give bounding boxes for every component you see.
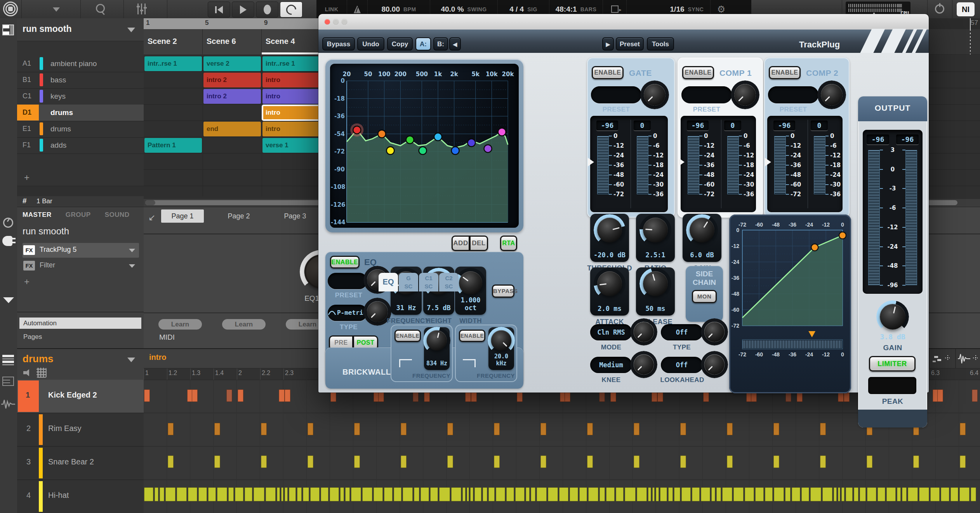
hihat-note[interactable] xyxy=(384,487,393,501)
lp-enable-button[interactable]: ENABLE xyxy=(459,330,485,342)
hihat-note[interactable] xyxy=(902,487,907,501)
mode-knob[interactable] xyxy=(634,322,654,342)
pattern-cell[interactable]: verse 1 xyxy=(262,138,320,153)
threshold-slider-arrow[interactable] xyxy=(588,158,594,166)
rim-note[interactable] xyxy=(308,423,313,435)
pattern-cell[interactable]: intro xyxy=(262,73,320,87)
hp-enable-button[interactable]: ENABLE xyxy=(394,330,421,342)
pattern-cell[interactable]: end xyxy=(203,122,261,136)
pattern-cell[interactable]: intro xyxy=(262,105,320,120)
scene-header[interactable]: Scene 4 xyxy=(262,29,321,54)
preset-a-button[interactable]: A: xyxy=(415,37,431,51)
preset-prev-button[interactable]: ◀ xyxy=(449,37,461,51)
hihat-note[interactable] xyxy=(217,487,227,501)
hihat-note[interactable] xyxy=(834,487,837,501)
hihat-note[interactable] xyxy=(297,487,302,501)
pad-row[interactable]: 4Hi-hat xyxy=(17,480,144,513)
hihat-note[interactable] xyxy=(439,487,450,501)
page-tab[interactable]: Page 3 xyxy=(274,209,316,223)
fx-slot[interactable]: FXFilter xyxy=(23,258,139,273)
hihat-note[interactable] xyxy=(625,487,636,501)
hihat-note[interactable] xyxy=(606,487,615,501)
fx-caret-icon[interactable] xyxy=(129,264,135,268)
add-band-button[interactable]: ADD xyxy=(452,236,470,251)
type-knob[interactable] xyxy=(704,322,725,342)
hihat-note[interactable] xyxy=(198,487,207,501)
hihat-note[interactable] xyxy=(254,487,264,501)
mode-display[interactable]: Cln RMS xyxy=(590,324,632,340)
macro-knob-icon[interactable] xyxy=(3,218,13,228)
channel-tab-sound[interactable]: SOUND xyxy=(105,211,130,221)
hihat-note[interactable] xyxy=(867,487,876,501)
hihat-note[interactable] xyxy=(674,487,680,501)
pad-row[interactable]: 3Snare Bear 2 xyxy=(17,447,144,480)
hihat-note[interactable] xyxy=(897,487,901,501)
scene-header[interactable]: Scene 2 xyxy=(144,29,203,54)
plugin-icon[interactable] xyxy=(2,236,12,246)
fx-slot[interactable]: FXTrackPlug 5 xyxy=(23,243,139,258)
pattern-cell[interactable]: Pattern 1 xyxy=(144,138,202,153)
hihat-note[interactable] xyxy=(548,487,558,501)
kick-note[interactable] xyxy=(285,389,290,402)
snare-note[interactable] xyxy=(308,455,313,468)
rim-note[interactable] xyxy=(447,423,453,435)
eq-tab-c1sc[interactable]: C1 SC xyxy=(419,273,438,291)
hp-frequency-knob[interactable] xyxy=(427,330,447,351)
snare-note[interactable] xyxy=(540,455,546,468)
hihat-note[interactable] xyxy=(841,487,844,501)
zoom-window-button[interactable] xyxy=(342,19,347,24)
hihat-note[interactable] xyxy=(854,487,858,501)
snare-note[interactable] xyxy=(634,455,639,468)
pattern-cell[interactable]: intro 2 xyxy=(203,89,261,104)
hihat-note[interactable] xyxy=(451,487,461,501)
hihat-note[interactable] xyxy=(588,487,598,501)
hihat-note[interactable] xyxy=(470,487,473,501)
hihat-note[interactable] xyxy=(755,487,764,501)
hihat-note[interactable] xyxy=(660,487,667,501)
hihat-note[interactable] xyxy=(559,487,568,501)
hihat-note[interactable] xyxy=(340,487,344,501)
hihat-note[interactable] xyxy=(616,487,624,501)
hihat-note[interactable] xyxy=(860,487,866,501)
eq-enable-button[interactable]: ENABLE xyxy=(330,256,360,269)
hihat-note[interactable] xyxy=(792,487,800,501)
snare-note[interactable] xyxy=(494,455,500,468)
delete-band-button[interactable]: DEL xyxy=(470,236,488,251)
snare-note[interactable] xyxy=(261,455,267,468)
learn-button[interactable]: Learn xyxy=(158,319,202,330)
file-menu-caret-icon[interactable] xyxy=(53,7,60,12)
grid-icon[interactable]: # xyxy=(23,197,27,205)
hihat-note[interactable] xyxy=(155,487,158,501)
rim-note[interactable] xyxy=(773,423,779,435)
hihat-note[interactable] xyxy=(467,487,469,501)
hihat-note[interactable] xyxy=(941,487,949,501)
hihat-note[interactable] xyxy=(785,487,791,501)
expand-panel-icon[interactable] xyxy=(3,297,14,303)
page-tab[interactable]: Page 2 xyxy=(217,209,260,223)
comp1-enable-button[interactable]: ENABLE xyxy=(682,66,714,79)
hihat-note[interactable] xyxy=(430,487,438,501)
rim-note[interactable] xyxy=(168,423,174,435)
channel-tab-group[interactable]: GROUP xyxy=(66,211,91,221)
hihat-note[interactable] xyxy=(414,487,419,501)
tools-menu-button[interactable]: Tools xyxy=(647,37,674,51)
gain-knob[interactable]: 6.0 dB xyxy=(683,214,721,262)
arranger-view-icon[interactable] xyxy=(2,24,14,35)
snare-note[interactable] xyxy=(354,455,360,468)
limiter-button[interactable]: LIMITER xyxy=(869,356,916,372)
hihat-note[interactable] xyxy=(822,487,832,501)
eq-width-knob[interactable]: 1.000 oct xyxy=(455,267,486,315)
hihat-note[interactable] xyxy=(483,487,487,501)
channel-list-item-pages[interactable]: Pages xyxy=(19,331,141,342)
snare-note[interactable] xyxy=(960,455,966,468)
hihat-note[interactable] xyxy=(701,487,710,501)
rim-note[interactable] xyxy=(680,423,686,435)
rim-note[interactable] xyxy=(587,423,593,435)
hihat-note[interactable] xyxy=(526,487,530,501)
eq-tab-c2sc[interactable]: C2 SC xyxy=(439,273,459,291)
rta-button[interactable]: RTA xyxy=(500,236,517,251)
kick-note[interactable] xyxy=(144,389,150,402)
hihat-note[interactable] xyxy=(919,487,929,501)
channel-list-item-automation[interactable]: Automation xyxy=(19,318,141,329)
eq-preset-display[interactable] xyxy=(328,273,367,289)
